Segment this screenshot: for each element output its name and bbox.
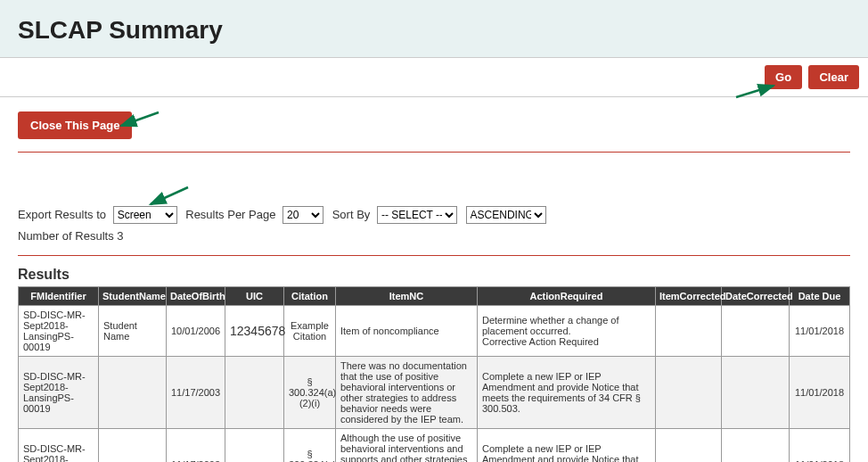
cell-itemcorr: [656, 429, 722, 463]
results-heading: Results: [0, 256, 868, 286]
rpp-select[interactable]: 20: [283, 206, 323, 224]
num-results-value: 3: [117, 229, 123, 243]
col-itemnc[interactable]: ItemNC: [336, 287, 478, 306]
rpp-label: Results Per Page: [185, 208, 275, 221]
cell-itemcorr: [656, 357, 722, 429]
table-row: SD-DISC-MR-Sept2018-LansingPS-00019Stude…: [19, 306, 850, 357]
cell-itemnc: Item of noncompliance: [336, 306, 478, 357]
export-label: Export Results to: [18, 208, 106, 221]
col-dob[interactable]: DateOfBirth: [167, 287, 225, 306]
cell-itemnc: Although the use of positive behavioral …: [336, 429, 478, 463]
cell-student: [99, 429, 167, 463]
table-header-row: FMIdentifier StudentName DateOfBirth UIC…: [19, 287, 850, 306]
cell-fmid: SD-DISC-MR-Sept2018-LansingPS-00019: [19, 306, 99, 357]
cell-itemnc: There was no documentation that the use …: [336, 357, 478, 429]
sortby-select[interactable]: -- SELECT --: [377, 206, 457, 224]
cell-uic: [225, 357, 284, 429]
cell-due: 11/01/2018: [790, 306, 850, 357]
col-itemcorr[interactable]: ItemCorrected: [656, 287, 722, 306]
clear-button[interactable]: Clear: [808, 65, 859, 89]
col-uic[interactable]: UIC: [225, 287, 284, 306]
table-row: SD-DISC-MR-Sept2018-LansingPS-0001911/17…: [19, 357, 850, 429]
cell-fmid: SD-DISC-MR-Sept2018-LansingPS-00019: [19, 429, 99, 463]
svg-line-2: [151, 187, 188, 204]
action-bar: Go Clear: [0, 58, 868, 97]
export-select[interactable]: Screen: [113, 206, 177, 224]
cell-dob: 11/17/2003: [167, 429, 225, 463]
cell-citation: § 300.324(a)(2)(i): [284, 357, 336, 429]
col-citation[interactable]: Citation: [284, 287, 336, 306]
col-student[interactable]: StudentName: [99, 287, 167, 306]
cell-due: 11/01/2018: [790, 357, 850, 429]
num-results-label: Number of Results: [18, 229, 117, 243]
cell-fmid: SD-DISC-MR-Sept2018-LansingPS-00019: [19, 357, 99, 429]
cell-dob: 11/17/2003: [167, 357, 225, 429]
cell-citation: § 300.324(a)(2): [284, 429, 336, 463]
close-page-button[interactable]: Close This Page: [18, 111, 132, 139]
cell-student: [99, 357, 167, 429]
table-row: SD-DISC-MR-Sept2018-LansingPS-0001911/17…: [19, 429, 850, 463]
cell-due: 11/01/2018: [790, 429, 850, 463]
cell-itemcorr: [656, 306, 722, 357]
cell-uic: 12345678: [225, 306, 284, 357]
cell-uic: [225, 429, 284, 463]
sortby-label: Sort By: [332, 208, 371, 221]
cell-action: Determine whether a change of placement …: [478, 306, 656, 357]
cell-student: Student Name: [99, 306, 167, 357]
cell-action: Complete a new IEP or IEP Amendment and …: [478, 429, 656, 463]
controls-row: Export Results to Screen Results Per Pag…: [0, 153, 868, 227]
cell-datecorr: [722, 357, 790, 429]
cell-datecorr: [722, 429, 790, 463]
col-datecorr[interactable]: DateCorrected: [722, 287, 790, 306]
cell-action: Complete a new IEP or IEP Amendment and …: [478, 357, 656, 429]
col-action[interactable]: ActionRequired: [478, 287, 656, 306]
cell-datecorr: [722, 306, 790, 357]
cell-dob: 10/01/2006: [167, 306, 225, 357]
page-header: SLCAP Summary: [0, 0, 868, 58]
sortdir-select[interactable]: ASCENDING: [466, 206, 546, 224]
close-row: Close This Page: [0, 97, 868, 146]
cell-citation: Example Citation: [284, 306, 336, 357]
go-button[interactable]: Go: [765, 65, 802, 89]
col-due[interactable]: Date Due: [790, 287, 850, 306]
num-results: Number of Results 3: [0, 227, 868, 250]
col-fmid[interactable]: FMIdentifier: [19, 287, 99, 306]
page-title: SLCAP Summary: [18, 16, 850, 45]
results-table: FMIdentifier StudentName DateOfBirth UIC…: [18, 286, 850, 462]
